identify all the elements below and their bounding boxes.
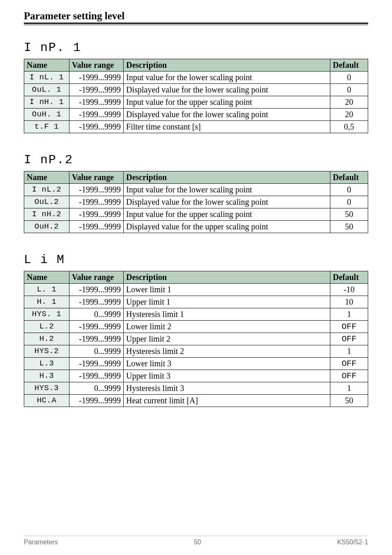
- param-default: 1: [330, 345, 368, 358]
- table-row: L.2-1999...9999Lower limit 2OFF: [24, 321, 368, 333]
- param-description: Displayed value for the lower scaling po…: [124, 84, 330, 96]
- table-row: HYS.30...9999Hysteresis limit 31: [24, 382, 368, 395]
- col-header-name: Name: [24, 171, 69, 184]
- param-range: -1999...9999: [69, 109, 124, 121]
- col-header-desc: Description: [124, 59, 330, 72]
- param-default: 20: [330, 109, 368, 121]
- param-default: 0: [330, 196, 368, 208]
- param-range: -1999...9999: [69, 96, 124, 109]
- param-description: Displayed value for the lower scaling po…: [124, 196, 330, 208]
- header-rule-thick: [24, 23, 368, 24]
- col-header-range: Value range: [69, 171, 124, 184]
- col-header-def: Default: [330, 171, 368, 184]
- param-range: -1999...9999: [69, 84, 124, 96]
- param-default: OFF: [330, 358, 368, 370]
- table-row: L. 1-1999...9999Lower limit 1-10: [24, 284, 368, 296]
- table-row: H.2-1999...9999Upper limit 2OFF: [24, 333, 368, 345]
- param-description: Heat current limit [A]: [124, 395, 330, 407]
- param-name: I nL. 1: [24, 72, 69, 84]
- param-default: 1: [330, 382, 368, 395]
- param-range: -1999...9999: [69, 221, 124, 233]
- table-row: OuH.2-1999...9999Displayed value for the…: [24, 221, 368, 233]
- param-default: 50: [330, 208, 368, 221]
- param-description: Input value for the lower scaling point: [124, 184, 330, 196]
- param-name: OuH. 1: [24, 109, 69, 121]
- param-description: Input value for the lower scaling point: [124, 72, 330, 84]
- param-range: -1999...9999: [69, 284, 124, 296]
- param-name: I nH. 1: [24, 96, 69, 109]
- table-row: I nH.2-1999...9999Input value for the up…: [24, 208, 368, 221]
- param-name: OuH.2: [24, 221, 69, 233]
- param-default: 20: [330, 96, 368, 109]
- table-row: OuL.2-1999...9999Displayed value for the…: [24, 196, 368, 208]
- table-row: I nL.2-1999...9999Input value for the lo…: [24, 184, 368, 196]
- param-description: Lower limit 1: [124, 284, 330, 296]
- param-description: Hysteresis limit 3: [124, 382, 330, 395]
- param-default: OFF: [330, 333, 368, 345]
- param-description: Lower limit 3: [124, 358, 330, 370]
- param-default: OFF: [330, 321, 368, 333]
- page-title: Parameter setting level: [24, 10, 368, 23]
- section-title: I nP. 1: [24, 41, 368, 55]
- col-header-desc: Description: [124, 271, 330, 284]
- param-description: Filter time constant [s]: [124, 121, 330, 133]
- header-rule-thin: [24, 25, 368, 25]
- param-default: OFF: [330, 370, 368, 382]
- param-description: Upper limit 2: [124, 333, 330, 345]
- param-range: -1999...9999: [69, 333, 124, 345]
- param-range: -1999...9999: [69, 358, 124, 370]
- param-default: 50: [330, 395, 368, 407]
- table-row: t.F 1-1999...9999Filter time constant [s…: [24, 121, 368, 133]
- col-header-desc: Description: [124, 171, 330, 184]
- param-name: L. 1: [24, 284, 69, 296]
- param-default: 0: [330, 184, 368, 196]
- param-range: -1999...9999: [69, 296, 124, 308]
- param-range: -1999...9999: [69, 196, 124, 208]
- param-description: Input value for the upper scaling point: [124, 208, 330, 221]
- param-default: 1: [330, 308, 368, 321]
- param-range: -1999...9999: [69, 184, 124, 196]
- param-description: Lower limit 2: [124, 321, 330, 333]
- param-range: -1999...9999: [69, 121, 124, 133]
- footer-right: KS50/52-1: [337, 539, 368, 546]
- param-name: HYS.3: [24, 382, 69, 395]
- col-header-def: Default: [330, 59, 368, 72]
- param-range: 0...9999: [69, 345, 124, 358]
- param-name: HC.A: [24, 395, 69, 407]
- col-header-range: Value range: [69, 59, 124, 72]
- param-table: NameValue rangeDescriptionDefaultI nL. 1…: [24, 59, 368, 133]
- param-range: -1999...9999: [69, 208, 124, 221]
- param-name: OuL.2: [24, 196, 69, 208]
- param-default: -10: [330, 284, 368, 296]
- param-name: t.F 1: [24, 121, 69, 133]
- param-name: L.3: [24, 358, 69, 370]
- table-row: L.3-1999...9999Lower limit 3OFF: [24, 358, 368, 370]
- param-table: NameValue rangeDescriptionDefaultI nL.2-…: [24, 171, 368, 233]
- page: Parameter setting level I nP. 1NameValue…: [0, 0, 392, 555]
- table-row: OuL. 1-1999...9999Displayed value for th…: [24, 84, 368, 96]
- table-header-row: NameValue rangeDescriptionDefault: [24, 59, 368, 72]
- param-description: Displayed value for the lower scaling po…: [124, 109, 330, 121]
- param-default: 10: [330, 296, 368, 308]
- param-name: HYS. 1: [24, 308, 69, 321]
- table-row: HYS. 10...9999Hysteresis limit 11: [24, 308, 368, 321]
- param-range: 0...9999: [69, 382, 124, 395]
- table-row: I nL. 1-1999...9999Input value for the l…: [24, 72, 368, 84]
- footer-center: 50: [194, 539, 201, 546]
- param-description: Hysteresis limit 2: [124, 345, 330, 358]
- param-range: -1999...9999: [69, 321, 124, 333]
- table-row: I nH. 1-1999...9999Input value for the u…: [24, 96, 368, 109]
- col-header-name: Name: [24, 59, 69, 72]
- param-default: 50: [330, 221, 368, 233]
- section-title: L i M: [24, 253, 368, 267]
- param-default: 0,5: [330, 121, 368, 133]
- page-footer: Parameters 50 KS50/52-1: [24, 536, 368, 546]
- footer-left: Parameters: [24, 539, 58, 546]
- param-name: I nL.2: [24, 184, 69, 196]
- param-range: -1999...9999: [69, 395, 124, 407]
- table-header-row: NameValue rangeDescriptionDefault: [24, 171, 368, 184]
- param-name: HYS.2: [24, 345, 69, 358]
- section-title: I nP.2: [24, 153, 368, 167]
- param-range: -1999...9999: [69, 370, 124, 382]
- sections-container: I nP. 1NameValue rangeDescriptionDefault…: [24, 41, 368, 407]
